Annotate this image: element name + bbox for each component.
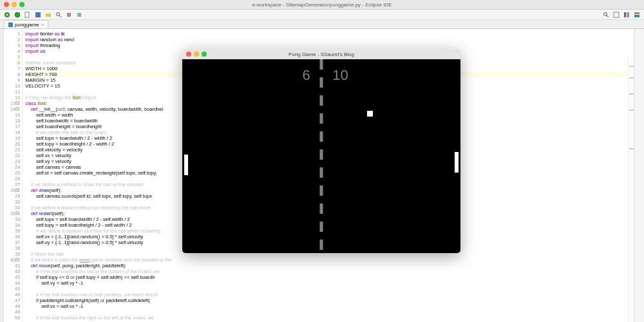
right-paddle [455,152,459,173]
run-icon[interactable] [4,12,10,18]
folder-icon[interactable] [45,12,52,18]
right-sidebar [634,29,644,322]
pong-window-title: Pong Game - SSaurel's Blog [289,52,354,57]
zoom-icon[interactable] [202,52,207,57]
save-icon[interactable] [35,12,41,18]
close-icon[interactable] [186,52,191,57]
close-icon[interactable] [4,2,9,7]
pong-board[interactable]: 6 10 [182,59,460,253]
macos-titlebar: e-workspace - SitemapGenerator/ponggame.… [0,0,644,10]
new-icon[interactable] [24,12,31,18]
left-score: 6 [302,67,310,84]
svg-rect-14 [634,12,639,14]
zoom-icon[interactable] [19,2,24,7]
minimize-icon[interactable] [194,52,199,57]
ball [367,111,373,117]
svg-line-6 [59,15,61,17]
eclipse-toolbar [0,10,644,20]
close-tab-icon[interactable]: × [41,22,44,28]
svg-line-10 [607,15,609,17]
search-icon[interactable] [55,12,62,18]
tab-ponggame[interactable]: ponggame × [4,20,48,28]
tab-label: ponggame [15,22,39,28]
svg-rect-12 [624,12,626,17]
svg-rect-11 [614,12,619,17]
svg-rect-4 [46,14,51,17]
overview-ruler[interactable] [628,58,634,322]
traffic-lights[interactable] [4,2,24,7]
left-paddle [184,155,188,175]
svg-rect-13 [627,12,629,17]
pong-game-window: Pong Game - SSaurel's Blog 6 10 [182,49,460,253]
perspective3-icon[interactable] [634,12,640,18]
right-score: 10 [332,67,348,84]
tool2-icon[interactable] [76,12,82,18]
editor-tabs: ponggame × [0,20,644,29]
svg-point-1 [15,12,20,17]
quick-access-icon[interactable] [603,12,609,18]
pong-traffic-lights[interactable] [186,52,207,57]
svg-rect-2 [25,12,29,17]
perspective2-icon[interactable] [623,12,630,18]
python-file-icon [8,23,13,27]
svg-rect-8 [77,13,81,17]
svg-point-5 [57,12,60,15]
svg-rect-15 [634,15,639,17]
perspective-icon[interactable] [613,12,620,18]
pong-titlebar[interactable]: Pong Game - SSaurel's Blog [182,49,460,59]
tool-icon[interactable] [66,12,72,18]
svg-point-9 [604,12,607,15]
minimize-icon[interactable] [12,2,17,7]
window-title: e-workspace - SitemapGenerator/ponggame.… [252,2,392,8]
debug-icon[interactable] [14,12,21,18]
svg-rect-3 [35,12,41,17]
center-net [320,59,323,253]
line-numbers: 1 2 3 4 5 6 7 8 9 10 11 12 13⊟ 14⊟ 15 16… [4,29,23,322]
svg-rect-7 [67,13,71,17]
